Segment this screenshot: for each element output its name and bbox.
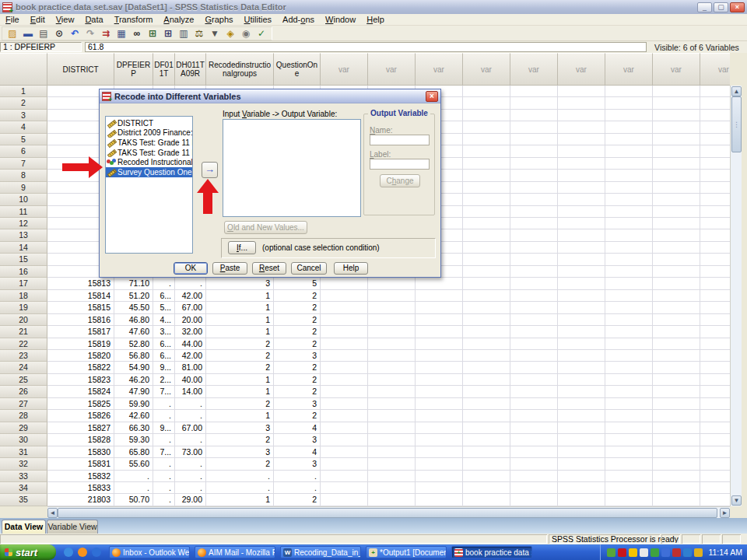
row-header[interactable]: 7 [0,158,47,170]
goto-variable-icon[interactable]: ▦ [114,27,129,40]
grid-cell[interactable] [700,218,730,229]
grid-cell[interactable] [653,302,700,313]
grid-cell[interactable] [510,362,558,373]
grid-cell[interactable] [416,458,463,470]
grid-cell[interactable] [700,86,730,97]
grid-cell[interactable] [605,314,653,326]
grid-cell[interactable] [653,338,700,350]
grid-cell[interactable] [463,158,510,170]
grid-cell[interactable] [605,338,653,350]
grid-cell[interactable] [463,182,510,194]
grid-cell[interactable]: 1 [206,326,274,338]
vertical-scrollbar[interactable]: ▲ ▼ [730,86,742,506]
grid-cell[interactable]: 9... [153,422,175,434]
grid-cell[interactable]: 1 [206,494,274,506]
grid-cell[interactable] [416,326,463,338]
row-header[interactable]: 8 [0,170,47,181]
grid-cell[interactable] [605,374,653,386]
grid-cell[interactable]: . [153,458,175,470]
grid-cell[interactable]: . [175,482,206,494]
grid-cell[interactable]: 29.00 [175,494,206,506]
grid-cell[interactable] [558,314,605,326]
grid-cell[interactable]: 52.80 [114,338,153,350]
row-header[interactable]: 9 [0,182,47,194]
input-output-variable-list[interactable] [223,119,361,217]
grid-cell[interactable] [510,97,558,109]
grid-cell[interactable]: 4 [274,422,321,434]
grid-cell[interactable]: . [206,482,274,494]
grid-cell[interactable] [558,494,605,506]
maximize-icon[interactable]: ▢ [714,2,728,12]
grid-cell[interactable]: 3... [153,326,175,338]
tray-icon-4[interactable] [640,548,648,557]
grid-cell[interactable] [605,158,653,170]
grid-cell[interactable]: 14.00 [175,386,206,397]
grid-cell[interactable] [653,145,700,157]
row-header[interactable]: 19 [0,302,47,313]
grid-cell[interactable]: 15813 [47,278,114,289]
grid-cell[interactable] [463,206,510,218]
grid-cell[interactable]: 2 [274,386,321,397]
grid-cell[interactable] [700,458,730,470]
use-variable-sets-icon[interactable]: ◉ [238,27,254,40]
grid-cell[interactable]: . [114,482,153,494]
grid-cell[interactable] [653,326,700,338]
row-header[interactable]: 17 [0,278,47,289]
grid-cell[interactable] [700,494,730,506]
grid-cell[interactable] [510,458,558,470]
grid-cell[interactable] [368,434,416,446]
column-header[interactable]: DPFEIERP [114,53,153,86]
grid-cell[interactable] [321,434,368,446]
grid-corner[interactable] [0,53,47,86]
scroll-down-icon[interactable]: ▼ [731,495,742,506]
select-cases-icon[interactable]: ▼ [207,27,223,40]
grid-cell[interactable] [653,170,700,181]
grid-cell[interactable] [653,229,700,241]
grid-cell[interactable]: . [175,434,206,446]
grid-cell[interactable] [463,458,510,470]
save-file-icon[interactable]: ▬ [20,27,36,40]
grid-cell[interactable] [700,254,730,265]
variable-list-item[interactable]: Recoded Instructional E... [106,157,192,167]
row-header[interactable]: 29 [0,422,47,434]
grid-cell[interactable] [416,302,463,313]
grid-cell[interactable] [510,434,558,446]
grid-cell[interactable] [558,434,605,446]
grid-cell[interactable]: 56.80 [114,350,153,362]
grid-cell[interactable] [321,446,368,458]
grid-cell[interactable] [463,254,510,265]
grid-cell[interactable]: 51.20 [114,290,153,302]
tray-icon-7[interactable] [672,548,681,557]
grid-cell[interactable] [558,97,605,109]
grid-cell[interactable] [510,290,558,302]
grid-cell[interactable] [368,374,416,386]
grid-cell[interactable] [653,458,700,470]
row-header[interactable]: 30 [0,434,47,446]
name-field[interactable] [370,135,430,145]
grid-cell[interactable] [368,410,416,422]
row-header[interactable]: 25 [0,374,47,386]
grid-cell[interactable] [653,110,700,121]
tab-data-view[interactable]: Data View [2,520,46,534]
grid-cell[interactable]: 15814 [47,290,114,302]
grid-cell[interactable] [653,158,700,170]
column-header-var[interactable]: var [510,53,558,86]
row-header[interactable]: 6 [0,145,47,157]
grid-cell[interactable] [653,266,700,278]
grid-cell[interactable] [510,398,558,410]
grid-cell[interactable] [700,290,730,302]
grid-cell[interactable]: 6... [153,350,175,362]
grid-cell[interactable] [463,446,510,458]
grid-cell[interactable] [700,398,730,410]
grid-cell[interactable] [321,398,368,410]
grid-cell[interactable] [700,350,730,362]
grid-cell[interactable]: 47.90 [114,386,153,397]
grid-cell[interactable] [510,278,558,289]
grid-cell[interactable]: 3 [206,422,274,434]
variable-list-item[interactable]: Survey Question One [... [106,167,192,177]
grid-cell[interactable] [463,86,510,97]
grid-cell[interactable] [321,278,368,289]
grid-cell[interactable] [510,194,558,205]
grid-cell[interactable]: 2 [274,302,321,313]
grid-cell[interactable] [510,302,558,313]
